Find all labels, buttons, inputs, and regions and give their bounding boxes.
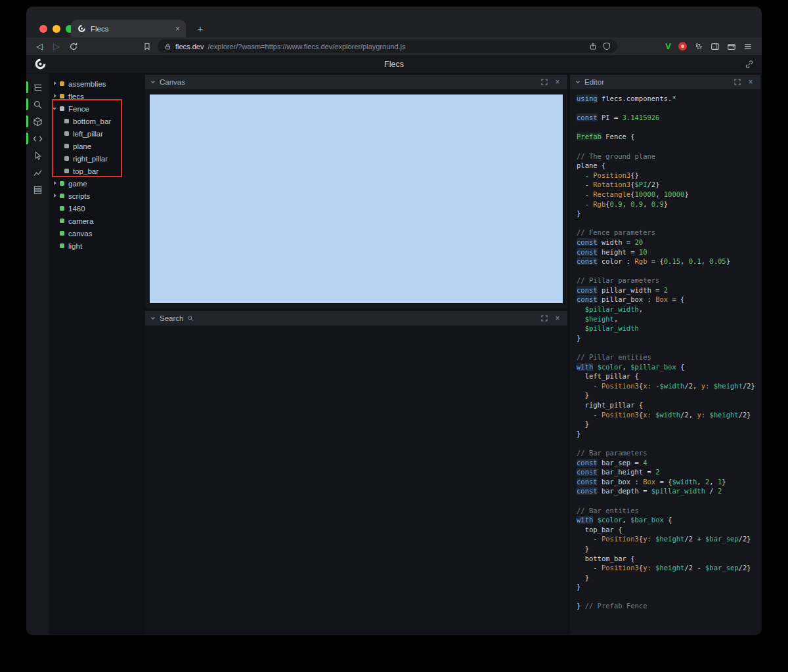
forward-icon[interactable]: ▷ — [50, 42, 63, 51]
tree-item-label: left_pillar — [73, 130, 103, 138]
memory-icon[interactable] — [26, 181, 49, 198]
red-extension-icon[interactable] — [678, 42, 687, 51]
minimize-window-button[interactable] — [53, 25, 60, 33]
tab-strip: Flecs × + — [26, 7, 762, 37]
entity-square-icon — [60, 194, 64, 198]
tree-arrow-spacer — [53, 218, 58, 224]
query-search-icon[interactable] — [26, 96, 49, 113]
expand-icon[interactable] — [540, 77, 549, 87]
entity-inspector-icon[interactable] — [26, 113, 49, 130]
entity-square-icon — [60, 219, 64, 223]
canvas-pointer-icon[interactable] — [26, 147, 49, 164]
sidebar-toggle-icon[interactable] — [711, 42, 720, 51]
expand-icon[interactable] — [733, 77, 742, 87]
tree-arrow-spacer — [53, 205, 58, 211]
tree-item-label: assemblies — [68, 80, 106, 88]
left-iconbar — [26, 74, 49, 635]
search-icon — [187, 315, 194, 322]
search-panel-body[interactable] — [145, 326, 567, 635]
tree-expand-arrow-icon[interactable] — [53, 93, 58, 99]
tree-item-label: flecs — [68, 93, 84, 100]
reload-icon[interactable] — [67, 42, 80, 51]
close-window-button[interactable] — [39, 25, 47, 33]
editor-code[interactable]: using flecs.components.* const PI = 3.14… — [570, 89, 760, 635]
lock-icon — [164, 43, 171, 51]
tree-item-label: top_bar — [73, 167, 98, 175]
editor-panel-header: Editor × — [570, 75, 760, 89]
tree-item-camera[interactable]: camera — [49, 215, 145, 227]
canvas-panel-body — [145, 89, 567, 308]
tree-expand-arrow-icon[interactable] — [53, 180, 58, 186]
search-panel-title: Search — [160, 314, 183, 322]
canvas-panel-header: Canvas × — [145, 75, 567, 89]
entity-tree-icon[interactable] — [26, 79, 49, 96]
extensions-puzzle-icon[interactable] — [694, 42, 703, 51]
search-panel: Search × — [145, 311, 567, 635]
tree-item-assemblies[interactable]: assemblies — [49, 77, 145, 90]
entity-square-icon — [60, 81, 64, 86]
center-column: Canvas × Search — [145, 75, 567, 635]
collapse-chevron-icon[interactable] — [150, 316, 156, 321]
entity-tree: assembliesflecsFencebottom_barleft_pilla… — [49, 74, 145, 635]
tree-item-canvas[interactable]: canvas — [49, 227, 145, 240]
tree-item-label: canvas — [68, 230, 92, 238]
close-icon[interactable]: × — [746, 77, 755, 87]
menu-icon[interactable] — [743, 42, 753, 51]
tab-title: Flecs — [91, 25, 108, 33]
entity-square-icon — [64, 144, 69, 148]
collapse-chevron-icon[interactable] — [150, 79, 156, 85]
flecs-favicon — [77, 24, 86, 33]
tree-expand-arrow-icon[interactable] — [53, 193, 58, 199]
new-tab-button[interactable]: + — [194, 23, 206, 34]
tree-item-label: 1460 — [68, 205, 85, 213]
tree-item-bottom_bar[interactable]: bottom_bar — [49, 115, 145, 127]
bookmark-icon[interactable] — [141, 42, 154, 51]
tree-expand-arrow-icon[interactable] — [53, 81, 58, 87]
entity-square-icon — [60, 106, 64, 111]
canvas-3d-view[interactable] — [150, 94, 563, 303]
search-panel-header: Search × — [145, 311, 567, 326]
browser-tab[interactable]: Flecs × — [71, 20, 186, 37]
stats-chart-icon[interactable] — [26, 164, 49, 181]
tree-item-1460[interactable]: 1460 — [49, 202, 145, 215]
entity-square-icon — [64, 119, 69, 123]
close-icon[interactable]: × — [553, 77, 562, 87]
tree-item-label: scripts — [68, 192, 90, 200]
tree-item-right_pillar[interactable]: right_pillar — [49, 152, 145, 165]
wallet-icon[interactable] — [727, 42, 736, 51]
v-extension-icon[interactable]: V — [665, 41, 671, 51]
tree-item-flecs[interactable]: flecs — [49, 90, 145, 102]
address-bar[interactable]: flecs.dev/explorer/?wasm=https://www.fle… — [158, 39, 617, 53]
editor-panel: Editor × using flecs.components.* const … — [570, 75, 760, 635]
back-icon[interactable]: ◁ — [33, 42, 46, 51]
script-editor-icon[interactable] — [26, 130, 49, 147]
browser-toolbar: ◁ ▷ flecs.dev/explorer/?wasm=https://www… — [26, 37, 762, 55]
tree-item-light[interactable]: light — [49, 240, 145, 252]
tree-arrow-spacer — [53, 230, 58, 236]
tree-expand-arrow-icon[interactable] — [53, 106, 58, 112]
entity-square-icon — [60, 206, 64, 211]
expand-icon[interactable] — [540, 314, 549, 323]
window-controls — [39, 25, 74, 33]
entity-square-icon — [60, 231, 64, 236]
shield-icon[interactable] — [603, 42, 611, 51]
tree-item-label: camera — [68, 217, 93, 225]
tree-item-left_pillar[interactable]: left_pillar — [49, 127, 145, 140]
close-icon[interactable]: × — [553, 314, 562, 323]
tab-close-icon[interactable]: × — [175, 24, 180, 33]
tree-item-game[interactable]: game — [49, 177, 145, 190]
share-icon[interactable] — [589, 42, 597, 51]
page-title: Flecs — [26, 60, 762, 69]
canvas-panel-title: Canvas — [160, 78, 185, 86]
editor-panel-title: Editor — [584, 78, 604, 86]
entity-square-icon — [64, 169, 69, 173]
app-body: assembliesflecsFencebottom_barleft_pilla… — [26, 74, 762, 635]
tree-item-plane[interactable]: plane — [49, 140, 145, 152]
collapse-chevron-icon[interactable] — [575, 79, 580, 85]
tree-item-scripts[interactable]: scripts — [49, 190, 145, 202]
tree-item-Fence[interactable]: Fence — [49, 102, 145, 115]
tree-item-label: right_pillar — [73, 155, 108, 163]
tree-item-label: bottom_bar — [73, 117, 111, 125]
tree-item-top_bar[interactable]: top_bar — [49, 165, 145, 177]
url-path: /explorer/?wasm=https://www.flecs.dev/ex… — [208, 43, 405, 51]
